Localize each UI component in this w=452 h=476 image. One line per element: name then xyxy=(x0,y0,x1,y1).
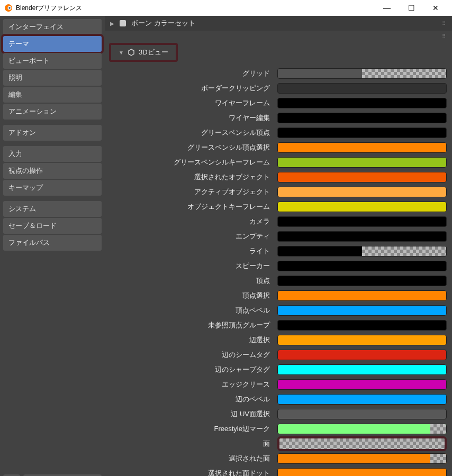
color-swatch[interactable] xyxy=(277,172,447,182)
svg-rect-3 xyxy=(120,20,126,26)
sidebar-item[interactable]: アニメーション xyxy=(3,104,102,120)
color-row: オブジェクトキーフレーム xyxy=(105,199,447,214)
color-swatch[interactable] xyxy=(277,409,447,419)
sidebar-item[interactable]: 視点の操作 xyxy=(3,163,102,179)
disclosure-open-icon: ▼ xyxy=(119,50,124,56)
color-label: 面 xyxy=(105,439,272,448)
color-row: グリースペンシル頂点 xyxy=(105,125,447,140)
color-label: 辺のベベル xyxy=(105,395,272,404)
color-label: アクティブオブジェクト xyxy=(105,187,272,197)
sidebar-item[interactable]: 入力 xyxy=(3,146,102,162)
color-swatch[interactable] xyxy=(277,276,447,286)
sidebar-item[interactable]: 照明 xyxy=(3,70,102,86)
color-label: エッジクリース xyxy=(105,380,272,389)
blender-logo-icon xyxy=(4,4,13,12)
sidebar-item[interactable]: テーマ xyxy=(3,36,102,52)
color-swatch[interactable] xyxy=(277,231,447,242)
sidebar-group: アドオン xyxy=(3,125,102,141)
color-swatch[interactable] xyxy=(277,379,447,390)
title-bar: Blenderプリファレンス — ☐ ✕ xyxy=(0,0,452,16)
color-swatch[interactable] xyxy=(277,142,447,153)
color-swatch[interactable] xyxy=(277,453,447,464)
color-label: グリースペンシルキーフレーム xyxy=(105,158,272,167)
color-label: 頂点選択 xyxy=(105,291,272,300)
sidebar-item[interactable]: ビューポート xyxy=(3,53,102,69)
color-label: ライト xyxy=(105,246,272,256)
color-swatch[interactable] xyxy=(277,424,447,434)
close-button[interactable]: ✕ xyxy=(423,0,448,16)
color-label: 辺のシームタグ xyxy=(105,350,272,360)
view3d-section: ▼ 3Dビュー xyxy=(105,41,452,66)
sidebar-item[interactable]: キーマップ xyxy=(3,180,102,196)
color-swatch[interactable] xyxy=(277,350,447,360)
grip-icon: ⠿ xyxy=(442,21,447,26)
view3d-header[interactable]: ▼ 3Dビュー xyxy=(109,43,178,62)
color-label: グリースペンシル頂点 xyxy=(105,128,272,138)
color-swatch[interactable] xyxy=(277,468,447,476)
color-swatch[interactable] xyxy=(277,335,447,345)
color-swatch[interactable] xyxy=(277,68,447,79)
color-swatch[interactable] xyxy=(277,113,447,123)
color-swatch[interactable] xyxy=(277,157,447,168)
maximize-button[interactable]: ☐ xyxy=(399,0,423,16)
color-row: 辺のシャープタグ xyxy=(105,362,447,377)
color-label: 辺選択 xyxy=(105,335,272,345)
color-row: 選択されたオブジェクト xyxy=(105,170,447,185)
color-row: 辺のシームタグ xyxy=(105,347,447,362)
color-row: エンプティ xyxy=(105,229,447,244)
sidebar-item[interactable]: アドオン xyxy=(3,125,102,141)
color-label: 辺のシャープタグ xyxy=(105,365,272,374)
color-swatch[interactable] xyxy=(277,436,447,451)
color-swatch[interactable] xyxy=(277,83,447,94)
color-row: スピーカー xyxy=(105,259,447,273)
color-row: ボーダークリッピング xyxy=(105,81,447,96)
color-label: 辺 UV面選択 xyxy=(105,409,272,419)
color-swatch[interactable] xyxy=(277,98,447,108)
color-label: 選択された面 xyxy=(105,454,272,463)
sidebar-item[interactable]: システム xyxy=(3,201,102,217)
bone-color-set-header[interactable]: ▶ ボーン カラーセット ⠿ xyxy=(105,16,452,31)
color-swatch[interactable] xyxy=(277,187,447,197)
svg-point-2 xyxy=(8,7,11,9)
sidebar-group: インターフェイステーマビューポート照明編集アニメーション xyxy=(3,19,102,120)
sidebar-item[interactable]: ファイルパス xyxy=(3,235,102,251)
color-swatch[interactable] xyxy=(277,305,447,316)
color-label: スピーカー xyxy=(105,261,272,271)
color-swatch[interactable] xyxy=(277,320,447,331)
sidebar: インターフェイステーマビューポート照明編集アニメーションアドオン入力視点の操作キ… xyxy=(0,16,105,476)
color-swatch[interactable] xyxy=(277,290,447,301)
color-row: 選択された面ドット xyxy=(105,466,447,476)
color-row: 頂点選択 xyxy=(105,288,447,303)
bone-icon xyxy=(119,19,127,28)
color-swatch[interactable] xyxy=(277,216,447,227)
color-row: 面 xyxy=(105,436,447,451)
color-label: 頂点ベベル xyxy=(105,306,272,315)
color-label: オブジェクトキーフレーム xyxy=(105,202,272,212)
color-label: 選択されたオブジェクト xyxy=(105,172,272,182)
sidebar-item[interactable]: インターフェイス xyxy=(3,19,102,35)
color-swatch[interactable] xyxy=(277,261,447,271)
minimize-button[interactable]: — xyxy=(375,0,399,16)
sidebar-item[interactable]: セーブ＆ロード xyxy=(3,218,102,234)
color-label: ボーダークリッピング xyxy=(105,84,272,93)
color-row: 頂点 xyxy=(105,273,447,288)
grip-icon: ⠿ xyxy=(442,33,447,39)
color-rows: グリッドボーダークリッピングワイヤーフレームワイヤー編集グリースペンシル頂点グリ… xyxy=(105,66,452,476)
preferences-window: Blenderプリファレンス — ☐ ✕ インターフェイステーマビューポート照明… xyxy=(0,0,452,476)
color-swatch[interactable] xyxy=(277,246,447,257)
panel-title: ボーン カラーセット xyxy=(131,19,195,28)
window-title: Blenderプリファレンス xyxy=(16,4,82,13)
color-swatch[interactable] xyxy=(277,394,447,405)
sidebar-group: システムセーブ＆ロードファイルパス xyxy=(3,201,102,251)
color-swatch[interactable] xyxy=(277,202,447,212)
color-swatch[interactable] xyxy=(277,127,447,138)
color-swatch[interactable] xyxy=(277,364,447,375)
color-label: 未参照頂点グループ xyxy=(105,321,272,330)
color-row: Freestyle辺マーク xyxy=(105,422,447,436)
color-row: 頂点ベベル xyxy=(105,303,447,318)
color-row: ワイヤーフレーム xyxy=(105,96,447,111)
sidebar-item[interactable]: 編集 xyxy=(3,87,102,103)
content-area: インターフェイステーマビューポート照明編集アニメーションアドオン入力視点の操作キ… xyxy=(0,16,452,476)
color-row: アクティブオブジェクト xyxy=(105,185,447,199)
color-label: 頂点 xyxy=(105,276,272,286)
